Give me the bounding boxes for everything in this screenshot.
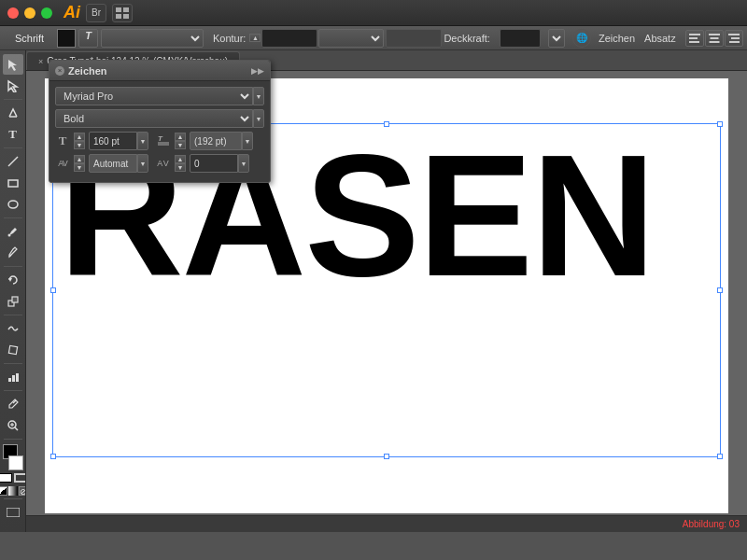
font-size-input[interactable]: 160 pt <box>89 132 137 150</box>
leading-arrow[interactable]: ▼ <box>242 132 253 150</box>
rectangle-tool[interactable] <box>3 173 23 193</box>
font-style-panel-select[interactable]: Bold <box>55 109 253 128</box>
tracking-down[interactable]: ▼ <box>175 163 186 172</box>
close-button[interactable] <box>7 7 19 19</box>
size-leading-row: T ▲ ▼ 160 pt ▼ T ▲ ▼ <box>55 132 264 150</box>
color-swatches[interactable] <box>3 444 23 470</box>
font-size-down[interactable]: ▼ <box>74 141 85 149</box>
svg-rect-20 <box>8 345 17 354</box>
font-style-btn[interactable]: T <box>78 29 98 48</box>
svg-rect-23 <box>16 373 19 382</box>
bridge-icon[interactable]: Br <box>86 4 106 22</box>
handle-bottom-left[interactable] <box>50 454 56 459</box>
zeichen-expand-btn[interactable]: ▶▶ <box>251 66 264 76</box>
tool-sep-7 <box>4 390 22 391</box>
maximize-button[interactable] <box>41 7 52 19</box>
handle-top-right[interactable] <box>717 121 723 127</box>
svg-rect-6 <box>689 41 699 43</box>
font-family-panel-select[interactable]: Myriad Pro <box>55 87 253 105</box>
minimize-button[interactable] <box>24 7 35 19</box>
svg-rect-5 <box>689 37 698 39</box>
svg-rect-21 <box>8 378 11 382</box>
absatz-label[interactable]: Absatz <box>644 33 676 44</box>
selection-tool[interactable] <box>3 54 23 75</box>
handle-bottom-center[interactable] <box>384 454 389 459</box>
deckkraft-select[interactable] <box>548 29 565 48</box>
scale-tool[interactable] <box>3 291 23 312</box>
globe-icon[interactable]: 🌐 <box>572 29 591 48</box>
direct-selection-tool[interactable] <box>3 76 23 96</box>
kontur-color-input[interactable] <box>386 29 442 48</box>
background-swatch[interactable] <box>8 455 23 470</box>
workspace-icon[interactable] <box>112 4 133 22</box>
font-style-arrow[interactable]: ▼ <box>253 109 264 128</box>
zeichen-panel-header[interactable]: × Zeichen ▶▶ <box>49 61 270 81</box>
stroke-indicator[interactable] <box>14 473 27 483</box>
font-size-arrow[interactable]: ▼ <box>137 132 148 150</box>
line-tool[interactable] <box>3 151 23 172</box>
tracking-input[interactable]: 0 <box>190 154 238 173</box>
kontur-up[interactable]: ▲ <box>249 34 261 42</box>
free-transform-tool[interactable] <box>3 340 23 360</box>
status-bar: Abbildung: 03 <box>26 515 747 532</box>
svg-point-15 <box>8 201 18 208</box>
rotate-tool[interactable] <box>3 270 23 290</box>
font-color-swatch[interactable] <box>57 29 76 48</box>
tracking-arrow[interactable]: ▼ <box>238 154 249 173</box>
tracking-spinner: ▲ ▼ <box>175 155 186 172</box>
deckkraft-input[interactable]: 100% <box>500 29 541 48</box>
svg-rect-3 <box>123 14 129 19</box>
tracking-icon: AV <box>156 159 171 168</box>
none-swatch[interactable]: ⊘ <box>19 486 27 496</box>
eyedropper-tool[interactable] <box>3 394 23 414</box>
menu-right: Deckkraft: 100% 🌐 Zeichen Absatz <box>444 29 742 48</box>
kerning-input[interactable]: Automat <box>89 154 137 173</box>
doc-tab-close[interactable]: × <box>38 57 43 66</box>
type-tool[interactable]: T <box>3 124 23 145</box>
font-size-spinner: ▲ ▼ <box>74 133 85 149</box>
kontur-select[interactable] <box>318 29 384 48</box>
font-size-up[interactable]: ▲ <box>74 133 85 141</box>
zeichen-label[interactable]: Zeichen <box>599 33 635 44</box>
svg-point-16 <box>7 234 10 237</box>
svg-line-26 <box>15 427 18 430</box>
svg-rect-19 <box>12 297 18 302</box>
graph-tool[interactable] <box>3 367 23 387</box>
warp-tool[interactable] <box>3 318 23 339</box>
main-area: T <box>0 50 747 532</box>
zeichen-close-btn[interactable]: × <box>55 66 64 76</box>
canvas-area[interactable]: × Gras Typo* bei 124,12 % (CMYK/Vorschau… <box>26 50 747 532</box>
font-family-arrow[interactable]: ▼ <box>253 87 264 105</box>
fill-indicator[interactable] <box>0 473 12 483</box>
kontur-input[interactable] <box>261 29 317 48</box>
gradient-2-swatch[interactable] <box>8 486 18 496</box>
leading-down[interactable]: ▼ <box>175 141 186 149</box>
font-family-select[interactable] <box>101 29 204 48</box>
handle-mid-right[interactable] <box>717 287 723 293</box>
kerning-up[interactable]: ▲ <box>74 155 85 163</box>
menu-bar: Schrift T Kontur: ▲ Deckkraft: 100% 🌐 Ze… <box>0 26 747 50</box>
align-right-btn[interactable] <box>725 30 743 47</box>
handle-bottom-right[interactable] <box>717 454 723 459</box>
handle-mid-left[interactable] <box>50 287 56 293</box>
align-left-btn[interactable] <box>685 30 704 47</box>
kerning-down[interactable]: ▼ <box>74 163 85 172</box>
leading-icon: T <box>156 133 171 148</box>
zoom-tool[interactable] <box>3 415 23 436</box>
tracking-up[interactable]: ▲ <box>175 155 186 163</box>
leading-input[interactable]: (192 pt) <box>190 132 242 150</box>
zeichen-panel: × Zeichen ▶▶ Myriad Pro ▼ <box>49 60 271 183</box>
pencil-tool[interactable] <box>3 243 23 263</box>
kerning-arrow[interactable]: ▼ <box>137 154 148 173</box>
handle-top-center[interactable] <box>384 121 389 127</box>
svg-rect-0 <box>116 7 121 12</box>
gradient-swatch[interactable] <box>0 486 7 496</box>
paintbrush-tool[interactable] <box>3 221 23 242</box>
align-center-btn[interactable] <box>705 30 724 47</box>
leading-up[interactable]: ▲ <box>175 133 186 141</box>
schrift-menu[interactable]: Schrift <box>7 31 51 46</box>
toolbox: T <box>0 50 26 532</box>
ellipse-tool[interactable] <box>3 194 23 215</box>
screen-mode-btn[interactable] <box>3 502 23 523</box>
pen-tool[interactable] <box>3 103 23 123</box>
